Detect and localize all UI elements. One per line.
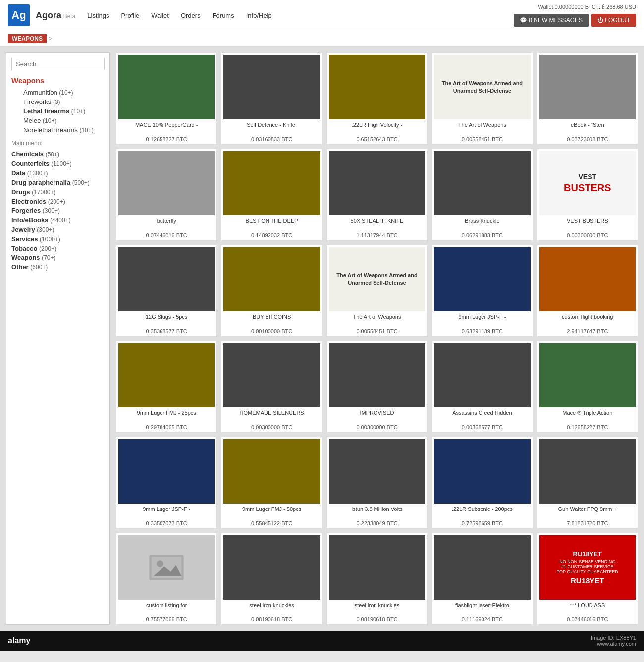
sidebar-item-jewelry[interactable]: Jewelry (300+) <box>11 225 105 234</box>
product-card[interactable]: custom listing for 0.75577066 BTC <box>116 533 217 625</box>
sidebar-item-weapons[interactable]: Weapons (70+) <box>11 253 105 262</box>
product-card[interactable]: MACE 10% PepperGard - 0.12658227 BTC <box>116 52 217 145</box>
product-card[interactable]: Self Defence - Knife: 0.03160833 BTC <box>221 52 322 145</box>
breadcrumb: WEAPONS > <box>0 31 644 47</box>
product-price: 0.00300000 BTC <box>329 424 425 430</box>
sidebar-item-info-ebooks[interactable]: Info/eBooks (4400+) <box>11 215 105 225</box>
breadcrumb-separator: > <box>49 35 52 42</box>
sidebar-sub-items: Ammunition (10+) Fireworks (3) Lethal fi… <box>11 88 105 135</box>
sidebar-item-drugs[interactable]: Drugs (17000+) <box>11 187 105 197</box>
product-card[interactable]: steel iron knuckles 0.08190618 BTC <box>326 533 428 625</box>
breadcrumb-current[interactable]: WEAPONS <box>8 34 47 43</box>
product-card[interactable]: The Art of Weapons Armed and Unarmed Sel… <box>326 245 428 337</box>
header: Ag Agora Beta Listings Profile Wallet Or… <box>0 0 644 31</box>
product-card[interactable]: .22LR Subsonic - 200pcs 0.72598659 BTC <box>431 437 533 529</box>
product-card[interactable]: RU18YET NO NON-SENSE VENDING#1 CUSTOMER … <box>537 533 638 625</box>
header-buttons: 💬 0 NEW MESSAGES ⏻ LOGOUT <box>514 14 636 27</box>
product-price: 0.00558451 BTC <box>329 328 425 334</box>
product-card[interactable]: 12G Slugs - 5pcs 0.35368577 BTC <box>116 245 217 337</box>
nav-info-help[interactable]: Info/Help <box>240 9 278 22</box>
product-price: 0.00300000 BTC <box>223 424 320 430</box>
product-card[interactable]: Assassins Creed Hidden 0.00368577 BTC <box>431 341 533 433</box>
main-nav: Listings Profile Wallet Orders Forums In… <box>81 9 277 22</box>
nav-listings[interactable]: Listings <box>81 9 115 22</box>
product-card[interactable]: BEST ON THE DEEP 0.14892032 BTC <box>221 149 322 241</box>
product-price: 0.14892032 BTC <box>223 232 320 238</box>
product-title: .22LR High Velocity - <box>329 121 425 135</box>
logout-button[interactable]: ⏻ LOGOUT <box>591 14 636 27</box>
product-card[interactable]: VESTBUSTERS VEST BUSTERS 0.00300000 BTC <box>537 149 638 241</box>
product-card[interactable]: flashlight laser*Elektro 0.11169024 BTC <box>431 533 533 625</box>
product-card[interactable]: IMPROVISED 0.00300000 BTC <box>326 341 428 433</box>
product-title: 9mm Luger JSP-F - <box>118 506 215 519</box>
product-card[interactable]: custom flight booking 2.94117647 BTC <box>537 245 638 337</box>
sidebar-item-melee[interactable]: Melee (10+) <box>17 116 105 125</box>
product-card[interactable]: eBook - "Sten 0.03723008 BTC <box>537 52 638 145</box>
sidebar-item-data[interactable]: Data (1300+) <box>11 168 105 178</box>
product-price: 0.72598659 BTC <box>434 520 530 526</box>
sidebar-item-tobacco[interactable]: Tobacco (200+) <box>11 244 105 253</box>
product-price: 0.29784065 BTC <box>118 424 215 430</box>
messages-button[interactable]: 💬 0 NEW MESSAGES <box>514 14 589 27</box>
product-card[interactable]: HOMEMADE SILENCERS 0.00300000 BTC <box>221 341 322 433</box>
product-price: 0.07446016 BTC <box>539 616 636 622</box>
product-title: flashlight laser*Elektro <box>434 602 530 615</box>
nav-forums[interactable]: Forums <box>207 9 240 22</box>
footer-website: www.alamy.com <box>591 641 636 647</box>
product-price: 0.65152643 BTC <box>329 136 425 142</box>
product-title: 50X STEALTH KNIFE <box>329 217 425 231</box>
product-price: 0.22338049 BTC <box>329 520 425 526</box>
sidebar-item-services[interactable]: Services (1000+) <box>11 234 105 244</box>
sidebar-item-ammunition[interactable]: Ammunition (10+) <box>17 88 105 97</box>
product-title: 9mm Luger FMJ - 50pcs <box>223 506 320 519</box>
product-card[interactable]: Mace ® Triple Action 0.12658227 BTC <box>537 341 638 433</box>
nav-orders[interactable]: Orders <box>175 9 207 22</box>
product-card[interactable]: Brass Knuckle 0.06291883 BTC <box>431 149 533 241</box>
image-id: Image ID: EX88Y1 <box>591 635 636 641</box>
sidebar-item-counterfeits[interactable]: Counterfeits (1100+) <box>11 159 105 168</box>
product-card[interactable]: butterfly 0.07446016 BTC <box>116 149 217 241</box>
product-price: 0.11169024 BTC <box>434 616 530 622</box>
product-card[interactable]: .22LR High Velocity - 0.65152643 BTC <box>326 52 428 145</box>
sidebar-item-electronics[interactable]: Electronics (200+) <box>11 197 105 206</box>
site-title: Agora Beta <box>36 10 75 21</box>
product-price: 0.75577066 BTC <box>118 616 215 622</box>
site-name: Agora <box>36 10 61 20</box>
product-title: BUY BITCOINS <box>223 313 320 327</box>
main-content: Weapons Ammunition (10+) Fireworks (3) L… <box>0 47 644 631</box>
product-title: The Art of Weapons <box>329 313 425 327</box>
product-card[interactable]: Gun Walter PPQ 9mm + 7.81831720 BTC <box>537 437 638 529</box>
product-price: 0.08190618 BTC <box>223 616 320 622</box>
product-card[interactable]: steel iron knuckles 0.08190618 BTC <box>221 533 322 625</box>
sidebar-item-lethal[interactable]: Lethal firearms (10+) <box>17 106 105 116</box>
product-card[interactable]: 9mm Luger JSP-F - 0.33507073 BTC <box>116 437 217 529</box>
sidebar-item-non-lethal[interactable]: Non-lethal firearms (10+) <box>17 125 105 135</box>
product-card[interactable]: 9mm Luger FMJ - 50pcs 0.55845122 BTC <box>221 437 322 529</box>
sidebar-item-chemicals[interactable]: Chemicals (50+) <box>11 150 105 159</box>
product-price: 0.63291139 BTC <box>434 328 530 334</box>
sidebar-item-forgeries[interactable]: Forgeries (300+) <box>11 206 105 215</box>
product-card[interactable]: BUY BITCOINS 0.00100000 BTC <box>221 245 322 337</box>
product-card[interactable]: 9mm Luger FMJ - 25pcs 0.29784065 BTC <box>116 341 217 433</box>
product-card[interactable]: Istun 3.8 Million Volts 0.22338049 BTC <box>326 437 428 529</box>
product-title: steel iron knuckles <box>223 602 320 615</box>
product-title: eBook - "Sten <box>539 121 636 135</box>
product-price: 0.06291883 BTC <box>434 232 530 238</box>
product-title: HOMEMADE SILENCERS <box>223 409 320 423</box>
product-title: butterfly <box>118 217 215 231</box>
sidebar-item-drug-para[interactable]: Drug paraphernalia (500+) <box>11 178 105 187</box>
sidebar-item-other[interactable]: Other (600+) <box>11 262 105 272</box>
product-title: MACE 10% PepperGard - <box>118 121 215 135</box>
search-input[interactable] <box>11 58 105 70</box>
product-title: VEST BUSTERS <box>539 217 636 231</box>
product-price: 0.12658227 BTC <box>118 136 215 142</box>
product-card[interactable]: The Art of Weapons Armed and Unarmed Sel… <box>431 52 533 145</box>
product-card[interactable]: 9mm Luger JSP-F - 0.63291139 BTC <box>431 245 533 337</box>
nav-wallet[interactable]: Wallet <box>145 9 175 22</box>
product-card[interactable]: 50X STEALTH KNIFE 1.11317944 BTC <box>326 149 428 241</box>
sidebar-item-fireworks[interactable]: Fireworks (3) <box>17 97 105 106</box>
site-subtitle: Beta <box>63 10 76 20</box>
nav-profile[interactable]: Profile <box>115 9 145 22</box>
power-icon: ⏻ <box>597 17 605 24</box>
product-title: Mace ® Triple Action <box>539 409 636 423</box>
